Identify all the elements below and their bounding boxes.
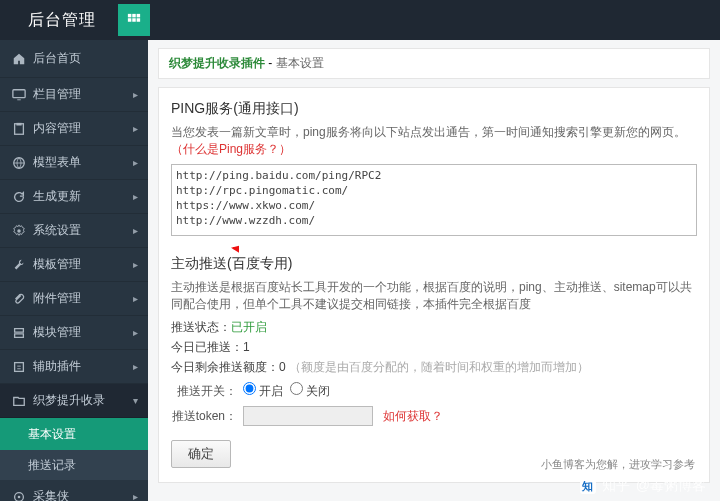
sidebar-item-attachment[interactable]: 附件管理▸	[0, 282, 148, 316]
push-section-title: 主动推送(百度专用)	[171, 255, 697, 273]
paperclip-icon	[12, 292, 26, 306]
chevron-right-icon: ▸	[133, 327, 138, 338]
ping-help-link[interactable]: （什么是Ping服务？）	[171, 142, 291, 156]
svg-rect-2	[137, 14, 141, 18]
svg-point-13	[18, 495, 21, 498]
push-token-row: 推送token： 如何获取？	[171, 406, 697, 426]
gear-icon	[12, 224, 26, 238]
settings-panel: PING服务(通用接口) 当您发表一篇新文章时，ping服务将向以下站点发出通告…	[158, 87, 710, 483]
breadcrumb-plugin: 织梦提升收录插件	[169, 56, 265, 70]
svg-rect-1	[132, 14, 136, 18]
home-icon	[12, 52, 26, 66]
push-status-value: 已开启	[231, 320, 267, 334]
sidebar-label: 附件管理	[33, 290, 133, 307]
chevron-down-icon: ▾	[133, 395, 138, 406]
switch-off-radio[interactable]: 关闭	[290, 382, 330, 400]
monitor-icon	[12, 88, 26, 102]
svg-rect-11	[15, 362, 24, 371]
plugin-icon	[12, 360, 26, 374]
sidebar-item-plugin[interactable]: 辅助插件▸	[0, 350, 148, 384]
chevron-right-icon: ▸	[133, 89, 138, 100]
push-remain-row: 今日剩余推送额度：0 （额度是由百度分配的，随着时间和权重的增加而增加）	[171, 359, 697, 376]
chevron-right-icon: ▸	[133, 191, 138, 202]
sidebar-sub-label: 推送记录	[28, 457, 138, 474]
sidebar-item-template[interactable]: 模板管理▸	[0, 248, 148, 282]
token-help-link[interactable]: 如何获取？	[383, 408, 443, 425]
watermark: 知 知乎 @毒粥博客	[580, 477, 706, 495]
sidebar-label: 辅助插件	[33, 358, 133, 375]
push-token-input[interactable]	[243, 406, 373, 426]
zhihu-icon: 知	[580, 478, 596, 494]
sidebar-label: 采集侠	[33, 488, 133, 501]
sidebar-label: 栏目管理	[33, 86, 133, 103]
push-today-value: 1	[243, 340, 250, 354]
svg-point-10	[17, 229, 21, 233]
sidebar-item-model[interactable]: 模型表单▸	[0, 146, 148, 180]
sidebar-label: 模板管理	[33, 256, 133, 273]
switch-on-radio[interactable]: 开启	[243, 382, 283, 400]
sidebar-label: 生成更新	[33, 188, 133, 205]
svg-rect-3	[128, 18, 132, 22]
sidebar-item-module[interactable]: 模块管理▸	[0, 316, 148, 350]
ping-description: 当您发表一篇新文章时，ping服务将向以下站点发出通告，第一时间通知搜索引擎更新…	[171, 124, 697, 158]
header-bar: 后台管理	[0, 0, 720, 40]
breadcrumb: 织梦提升收录插件 - 基本设置	[158, 48, 710, 79]
push-status-row: 推送状态：已开启	[171, 319, 697, 336]
svg-rect-6	[13, 89, 25, 97]
sidebar-item-gather[interactable]: 采集侠▸	[0, 480, 148, 501]
svg-rect-8	[16, 122, 21, 125]
gather-icon	[12, 490, 26, 502]
folder-icon	[12, 394, 26, 408]
toggle-menu-button[interactable]	[118, 4, 150, 36]
chevron-right-icon: ▸	[133, 491, 138, 501]
chevron-right-icon: ▸	[133, 225, 138, 236]
globe-icon	[12, 156, 26, 170]
layers-icon	[12, 326, 26, 340]
sidebar-label: 织梦提升收录	[33, 392, 133, 409]
breadcrumb-current: 基本设置	[276, 56, 324, 70]
sidebar: 后台首页 栏目管理▸ 内容管理▸ 模型表单▸ 生成更新▸ 系统设置▸ 模板管理▸…	[0, 40, 148, 501]
sidebar-submenu2: 推送记录	[0, 450, 148, 480]
panel-footer-note: 小鱼博客为您解，进攻学习参考	[541, 457, 695, 472]
chevron-right-icon: ▸	[133, 259, 138, 270]
sidebar-item-system[interactable]: 系统设置▸	[0, 214, 148, 248]
ping-urls-textarea[interactable]	[171, 164, 697, 236]
sidebar-submenu: 基本设置	[0, 418, 148, 450]
sidebar-item-seo-plugin[interactable]: 织梦提升收录▾	[0, 384, 148, 418]
wrench-icon	[12, 258, 26, 272]
ping-section-title: PING服务(通用接口)	[171, 100, 697, 118]
sidebar-label: 系统设置	[33, 222, 133, 239]
sidebar-item-content[interactable]: 内容管理▸	[0, 112, 148, 146]
app-title: 后台管理	[0, 10, 114, 31]
push-today-row: 今日已推送：1	[171, 339, 697, 356]
sidebar-label: 模块管理	[33, 324, 133, 341]
refresh-icon	[12, 190, 26, 204]
chevron-right-icon: ▸	[133, 361, 138, 372]
sidebar-item-generate[interactable]: 生成更新▸	[0, 180, 148, 214]
clipboard-icon	[12, 122, 26, 136]
chevron-right-icon: ▸	[133, 157, 138, 168]
push-description: 主动推送是根据百度站长工具开发的一个功能，根据百度的说明，ping、主动推送、s…	[171, 279, 697, 313]
main-content: 织梦提升收录插件 - 基本设置 PING服务(通用接口) 当您发表一篇新文章时，…	[148, 40, 720, 501]
grid-icon	[127, 13, 141, 27]
sidebar-sub-basic[interactable]: 基本设置	[0, 418, 148, 450]
push-remain-note: （额度是由百度分配的，随着时间和权重的增加而增加）	[289, 360, 589, 374]
svg-rect-5	[137, 18, 141, 22]
svg-rect-0	[128, 14, 132, 18]
push-switch-row: 推送开关： 开启 关闭	[171, 382, 697, 400]
sidebar-label: 后台首页	[33, 50, 138, 67]
chevron-right-icon: ▸	[133, 293, 138, 304]
sidebar-sub-label: 基本设置	[28, 426, 138, 443]
sidebar-sub-log[interactable]: 推送记录	[0, 450, 148, 480]
svg-rect-4	[132, 18, 136, 22]
sidebar-label: 内容管理	[33, 120, 133, 137]
sidebar-item-column[interactable]: 栏目管理▸	[0, 78, 148, 112]
sidebar-item-home[interactable]: 后台首页	[0, 40, 148, 78]
chevron-right-icon: ▸	[133, 123, 138, 134]
sidebar-label: 模型表单	[33, 154, 133, 171]
push-remain-value: 0	[279, 360, 286, 374]
submit-button[interactable]: 确定	[171, 440, 231, 468]
